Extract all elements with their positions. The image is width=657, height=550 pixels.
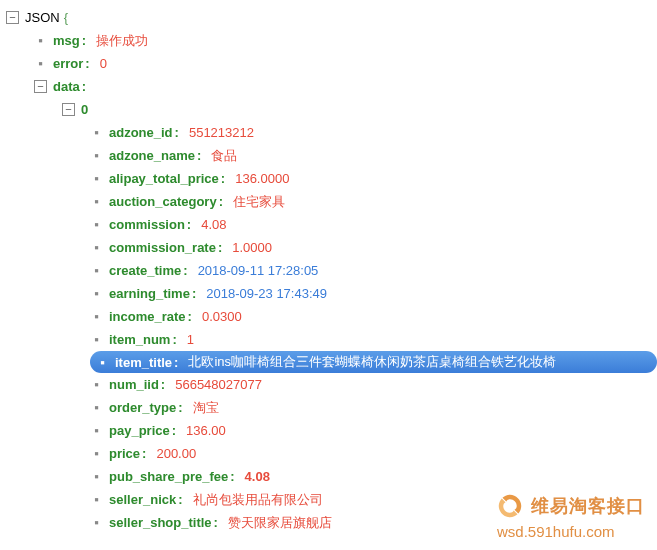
field-row[interactable]: ▪earning_time:2018-09-23 17:43:49 [6,282,657,305]
value: 136.0000 [235,171,289,186]
value: 136.00 [186,423,226,438]
field-row[interactable]: ▪income_rate:0.0300 [6,305,657,328]
connector: { [64,10,68,25]
key: auction_category [109,194,217,209]
key: pub_share_pre_fee [109,469,228,484]
value: 食品 [211,147,237,165]
bullet-icon: ▪ [90,217,103,232]
field-row[interactable]: ▪commission_rate:1.0000 [6,236,657,259]
bullet-icon: ▪ [90,194,103,209]
bullet-icon: ▪ [34,56,47,71]
data-row[interactable]: −data: [6,75,657,98]
watermark-title: 维易淘客接口 [531,494,645,518]
bullet-icon: ▪ [96,355,109,370]
field-row[interactable]: ▪order_type:淘宝 [6,396,657,419]
bullet-icon: ▪ [90,171,103,186]
bullet-icon: ▪ [90,309,103,324]
value: 2018-09-11 17:28:05 [198,263,319,278]
field-row[interactable]: ▪adzone_id:551213212 [6,121,657,144]
key: msg [53,33,80,48]
value: 操作成功 [96,32,148,50]
key: alipay_total_price [109,171,219,186]
key: data [53,79,80,94]
collapse-icon[interactable]: − [34,80,47,93]
value: 4.08 [201,217,226,232]
value: 566548027077 [175,377,262,392]
collapse-icon[interactable]: − [6,11,19,24]
bullet-icon: ▪ [34,33,47,48]
bullet-icon: ▪ [90,240,103,255]
value: 赞天限家居旗舰店 [228,514,332,532]
bullet-icon: ▪ [90,469,103,484]
bullet-icon: ▪ [90,492,103,507]
watermark-url: wsd.591hufu.com [497,523,645,540]
field-row[interactable]: ▪item_num:1 [6,328,657,351]
value: 2018-09-23 17:43:49 [206,286,327,301]
key: item_num [109,332,170,347]
key: num_iid [109,377,159,392]
root-row[interactable]: −JSON{ [6,6,657,29]
json-tree: −JSON{ ▪msg:操作成功 ▪error:0 −data: −0 ▪adz… [0,0,657,534]
value: 0.0300 [202,309,242,324]
bullet-icon: ▪ [90,377,103,392]
field-row[interactable]: ▪msg:操作成功 [6,29,657,52]
key: error [53,56,83,71]
key: price [109,446,140,461]
value: 礼尚包装用品有限公司 [193,491,323,509]
value: 200.00 [156,446,196,461]
key: create_time [109,263,181,278]
value: 住宅家具 [233,193,285,211]
key: commission_rate [109,240,216,255]
key: seller_shop_title [109,515,212,530]
key: commission [109,217,185,232]
key: item_title [115,355,172,370]
value: 0 [100,56,107,71]
bullet-icon: ▪ [90,332,103,347]
field-row-highlighted[interactable]: ▪item_title:北欧ins咖啡椅组合三件套蝴蝶椅休闲奶茶店桌椅组合铁艺化… [90,351,657,373]
bullet-icon: ▪ [90,263,103,278]
bullet-icon: ▪ [90,423,103,438]
field-row[interactable]: ▪error:0 [6,52,657,75]
field-row[interactable]: ▪adzone_name:食品 [6,144,657,167]
field-row[interactable]: ▪price:200.00 [6,442,657,465]
bullet-icon: ▪ [90,446,103,461]
value: 551213212 [189,125,254,140]
bullet-icon: ▪ [90,400,103,415]
key: pay_price [109,423,170,438]
collapse-icon[interactable]: − [62,103,75,116]
logo-icon [495,491,525,521]
key: order_type [109,400,176,415]
bullet-icon: ▪ [90,148,103,163]
key: 0 [81,102,88,117]
index-row[interactable]: −0 [6,98,657,121]
key: adzone_name [109,148,195,163]
bullet-icon: ▪ [90,515,103,530]
value: 淘宝 [193,399,219,417]
field-row[interactable]: ▪auction_category:住宅家具 [6,190,657,213]
key: income_rate [109,309,186,324]
key: adzone_id [109,125,173,140]
field-row[interactable]: ▪commission:4.08 [6,213,657,236]
root-label: JSON [25,10,60,25]
value: 北欧ins咖啡椅组合三件套蝴蝶椅休闲奶茶店桌椅组合铁艺化妆椅 [188,353,556,371]
field-row[interactable]: ▪alipay_total_price:136.0000 [6,167,657,190]
bullet-icon: ▪ [90,286,103,301]
value: 1 [187,332,194,347]
watermark: 维易淘客接口 wsd.591hufu.com [495,491,645,540]
field-row[interactable]: ▪num_iid:566548027077 [6,373,657,396]
key: earning_time [109,286,190,301]
field-row[interactable]: ▪create_time:2018-09-11 17:28:05 [6,259,657,282]
field-row[interactable]: ▪pub_share_pre_fee:4.08 [6,465,657,488]
field-row[interactable]: ▪pay_price:136.00 [6,419,657,442]
bullet-icon: ▪ [90,125,103,140]
value: 1.0000 [232,240,272,255]
value: 4.08 [245,469,270,484]
key: seller_nick [109,492,176,507]
